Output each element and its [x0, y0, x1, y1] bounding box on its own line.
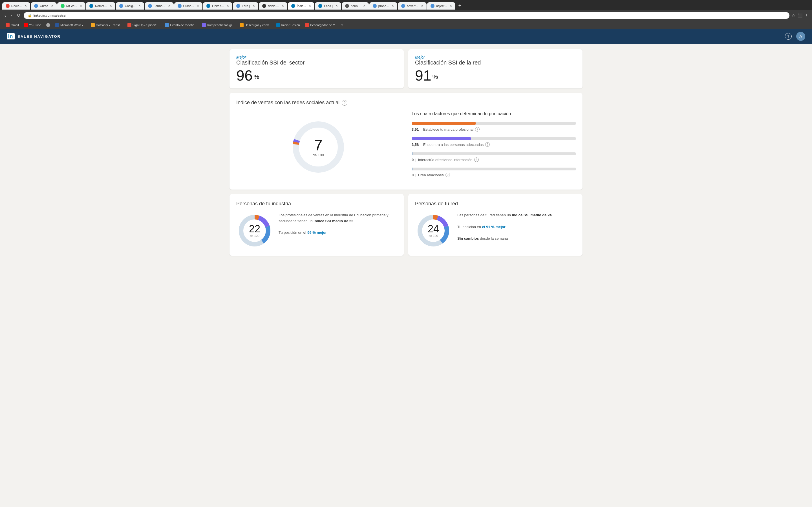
factor-1-label: 3,91 | Establece tu marca profesional ? — [412, 127, 576, 131]
network-rank-unit: % — [433, 73, 438, 80]
tab-label: Recib... — [11, 4, 22, 8]
tab-close[interactable]: ✕ — [253, 4, 255, 7]
tab-label: Índic... — [297, 4, 306, 8]
factor-3: 0 | Interactúa ofreciendo información ? — [412, 152, 576, 162]
factor-3-bar-bg — [412, 152, 576, 155]
tab-prono[interactable]: prono... ✕ — [369, 2, 397, 10]
tab-close[interactable]: ✕ — [309, 4, 311, 7]
word-icon — [55, 23, 59, 27]
ssi-index-card: Índice de ventas con las redes sociales … — [230, 93, 582, 189]
tab-label: noun... — [351, 4, 360, 8]
tab-close[interactable]: ✕ — [363, 4, 365, 7]
factor-2-help-icon[interactable]: ? — [485, 142, 490, 147]
factor-3-help-icon[interactable]: ? — [474, 158, 479, 162]
reload-button[interactable]: ↻ — [15, 11, 21, 19]
forward-button[interactable]: › — [9, 12, 13, 19]
bookmark-spiders[interactable]: Sign Up - SpiderS... — [125, 22, 162, 28]
sector-rank-card: Mejor Clasificación SSI del sector 96 % — [230, 49, 404, 89]
tab-close[interactable]: ✕ — [421, 4, 423, 7]
tab-feed[interactable]: Feed | ✕ — [315, 2, 341, 10]
network-score-label: de 100 — [428, 234, 439, 237]
bookmark-iniciar[interactable]: Iniciar Sesión — [274, 22, 302, 28]
tab-gmail[interactable]: Recib... ✕ — [2, 2, 30, 10]
gmail-icon — [6, 23, 10, 27]
tab-daniel[interactable]: daniel... ✕ — [259, 2, 287, 10]
bookmark-globe[interactable] — [44, 22, 52, 28]
tab-close[interactable]: ✕ — [450, 4, 452, 7]
factor-4-help-icon[interactable]: ? — [446, 173, 450, 177]
tab-label: adject... — [436, 4, 447, 8]
industry-card: Personas de tu industria 22 de 100 — [230, 194, 404, 256]
ssi-content: 7 de 100 Los cuatro factores que determi… — [236, 111, 576, 183]
tab-label: daniel... — [268, 4, 279, 8]
industry-score: 22 — [249, 224, 260, 234]
factors-section: Los cuatro factores que determinan tu pu… — [412, 111, 576, 183]
bottom-row: Personas de tu industria 22 de 100 — [230, 194, 582, 256]
tab-adject[interactable]: adject... ✕ — [427, 2, 456, 10]
tab-label: Curso... — [183, 4, 194, 8]
tab-favicon — [262, 4, 266, 8]
tab-foro[interactable]: Foro | ✕ — [233, 2, 259, 10]
address-bar[interactable]: 🔒 linkedin.com/sales/ssi — [24, 12, 790, 19]
user-avatar[interactable]: A — [796, 32, 805, 41]
bookmark-rompecabezas[interactable]: Rompecabezas gr... — [200, 22, 237, 28]
tab-favicon — [177, 4, 182, 8]
tab-close[interactable]: ✕ — [392, 4, 394, 7]
tab-close[interactable]: ✕ — [80, 4, 82, 7]
network-highlight: índice SSI medio de 24. — [512, 213, 553, 217]
ssi-help-icon[interactable]: ? — [342, 100, 347, 106]
tab-close[interactable]: ✕ — [51, 4, 53, 7]
industry-donut-center: 22 de 100 — [249, 224, 260, 237]
tab-close[interactable]: ✕ — [139, 4, 141, 7]
tab-curso2[interactable]: Curso... ✕ — [174, 2, 203, 10]
tab-linkedin[interactable]: Linked... ✕ — [203, 2, 232, 10]
bookmark-gmail[interactable]: Gmail — [3, 22, 21, 28]
factor-1-help-icon[interactable]: ? — [475, 127, 479, 131]
back-button[interactable]: ‹ — [3, 12, 7, 19]
bookmark-label: Sign Up - SpiderS... — [133, 23, 160, 27]
factor-4-score: 0 — [412, 173, 414, 177]
tab-remote[interactable]: Remot... ✕ — [86, 2, 115, 10]
tab-codigo[interactable]: Códig... ✕ — [116, 2, 144, 10]
bookmark-youtube[interactable]: YouTube — [22, 22, 43, 28]
bookmark-goconqr[interactable]: GoConqr - Transf... — [89, 22, 124, 28]
bookmark-word[interactable]: Microsoft Word -... — [53, 22, 88, 28]
tab-close[interactable]: ✕ — [282, 4, 284, 7]
factor-3-label: 0 | Interactúa ofreciendo información ? — [412, 158, 576, 162]
more-bookmarks[interactable]: » — [341, 23, 343, 27]
tab-whatsapp[interactable]: (3) Wi... ✕ — [57, 2, 86, 10]
tab-label: Linked... — [212, 4, 224, 8]
tab-advert[interactable]: advert... ✕ — [398, 2, 426, 10]
help-circle-icon[interactable]: ? — [785, 33, 792, 40]
network-position-bold: el 91 % mejor — [482, 225, 506, 229]
new-tab-button[interactable]: + — [456, 2, 463, 10]
tab-curso[interactable]: Curso ✕ — [31, 2, 56, 10]
bookmark-star-icon[interactable]: ☆ — [792, 13, 795, 18]
tab-forma[interactable]: Forma... ✕ — [145, 2, 174, 10]
bookmark-descargar[interactable]: Descargar y conv... — [238, 22, 273, 28]
bookmark-label: Microsoft Word -... — [60, 23, 86, 27]
network-position: Tu posición en el 91 % mejor — [457, 224, 576, 230]
tab-close[interactable]: ✕ — [168, 4, 170, 7]
tab-close[interactable]: ✕ — [197, 4, 199, 7]
tab-indice-active[interactable]: Índic... ✕ — [288, 2, 314, 10]
bookmark-descargador[interactable]: Descargador de Y... — [303, 22, 340, 28]
bookmark-label: Descargador de Y... — [310, 23, 337, 27]
tab-favicon — [6, 4, 10, 8]
donut-label: de 100 — [313, 153, 324, 157]
linkedin-logo-box: in — [7, 33, 15, 40]
youtube-icon — [24, 23, 28, 27]
tab-close[interactable]: ✕ — [227, 4, 229, 7]
menu-icon[interactable]: ⋮ — [805, 13, 809, 18]
sector-rank-label: Mejor — [236, 55, 246, 59]
factor-2-label: 3,58 | Encuentra a las personas adecuada… — [412, 142, 576, 147]
tab-close[interactable]: ✕ — [24, 4, 27, 7]
tab-noun[interactable]: noun... ✕ — [342, 2, 369, 10]
tab-close[interactable]: ✕ — [336, 4, 338, 7]
extensions-icon[interactable]: ⬛ — [798, 13, 802, 18]
tab-close[interactable]: ✕ — [110, 4, 112, 7]
network-footer-strong: Sin cambios — [457, 236, 479, 240]
tab-label: Remot... — [95, 4, 107, 8]
bookmark-evento[interactable]: Evento de robótic... — [163, 22, 199, 28]
network-people-card: Personas de tu red 24 de 100 — [408, 194, 582, 256]
